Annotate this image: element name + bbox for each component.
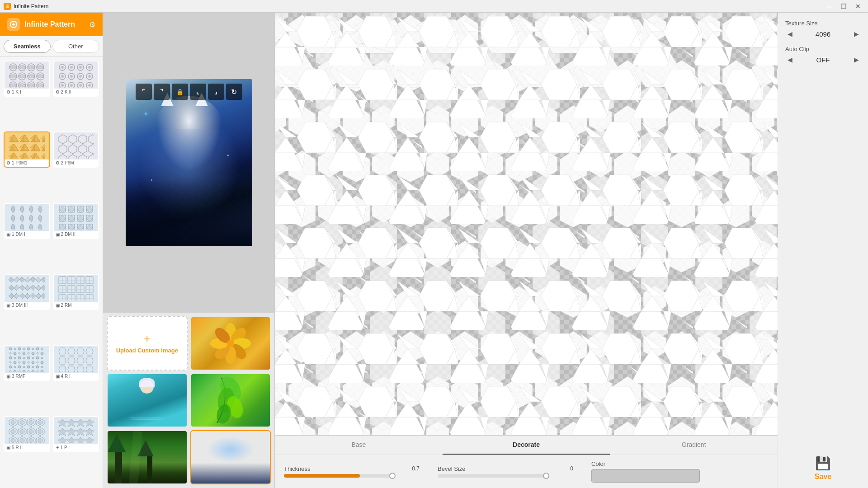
pattern-count-dm1: 1: [12, 232, 14, 237]
texture-size-increase[interactable]: ▶: [852, 29, 861, 38]
svg-rect-5: [58, 63, 94, 88]
pattern-count-rmp: 3: [12, 374, 14, 379]
pattern-label-dm1: ▣ 1 DM I: [5, 231, 49, 238]
pattern-item-rmp[interactable]: ▣ 3 RMP: [4, 345, 50, 381]
pattern-item-dm2[interactable]: ▣ 2 DM II: [53, 203, 99, 239]
thickness-label: Thickness: [284, 465, 311, 472]
thumb-leaves-bg: [191, 374, 270, 427]
upload-plus-icon: +: [144, 333, 150, 345]
texture-size-row: ◀ 4096 ▶: [785, 29, 861, 38]
tab-seamless[interactable]: Seamless: [4, 40, 51, 53]
restore-button[interactable]: ❐: [837, 0, 850, 13]
pattern-grid: ⚙ 1 K I: [0, 57, 103, 488]
tab-other[interactable]: Other: [52, 40, 99, 53]
texture-size-decrease[interactable]: ◀: [785, 29, 794, 38]
save-button[interactable]: 💾 Save: [785, 456, 861, 481]
pattern-item-p6m[interactable]: ⚙ 2 P6M: [53, 131, 99, 168]
svg-rect-11: [58, 205, 94, 230]
thumbnail-water[interactable]: [190, 430, 271, 484]
pattern-count-p3m1: 1: [12, 160, 14, 165]
pattern-item-dm3[interactable]: ▣ 3 DM III: [4, 274, 50, 310]
pattern-thumb-p6m: [54, 132, 99, 160]
pattern-thumb-rii: [5, 417, 49, 444]
pattern-thumb-rmp: [5, 346, 49, 373]
pattern-icon-dm3: ▣: [6, 303, 10, 308]
pattern-count-k2: 2: [61, 89, 64, 94]
pattern-item-pi[interactable]: ✦ 1 P I: [53, 416, 99, 452]
preview-panel: Base Decorate Gradient Thickness 0.7: [275, 13, 778, 488]
pattern-thumb-pi: [54, 417, 99, 444]
control-panel: Base Decorate Gradient Thickness 0.7: [275, 435, 778, 488]
tab-gradient[interactable]: Gradient: [610, 436, 778, 455]
pattern-label-dm2: ▣ 2 DM II: [54, 231, 99, 238]
pattern-icon-rii: ▣: [6, 445, 10, 450]
thickness-fill: [284, 474, 360, 478]
crop-topright-button[interactable]: ⌝: [154, 84, 170, 100]
thumbnail-flowers[interactable]: [190, 316, 271, 371]
pattern-item-k1[interactable]: ⚙ 1 K I: [4, 61, 50, 97]
pattern-name-pi: P I: [64, 445, 70, 450]
rotate-button[interactable]: ↻: [226, 84, 242, 100]
pattern-item-k2[interactable]: ⚙ 2 K II: [53, 61, 99, 97]
svg-rect-21: [58, 418, 94, 443]
pattern-label-p3m1: ⚙ 1 P3M1: [5, 160, 49, 166]
auto-clip-row: ◀ OFF ▶: [785, 55, 861, 64]
pattern-item-dm1[interactable]: ▣ 1 DM I: [4, 203, 50, 239]
pattern-icon-pi: ✦: [56, 445, 59, 450]
thumbnail-forest[interactable]: [107, 430, 188, 484]
pattern-name-p6m: P6M: [65, 160, 74, 165]
bevel-slider[interactable]: [438, 474, 546, 478]
pattern-name-k1: K I: [16, 89, 21, 94]
auto-clip-decrease[interactable]: ◀: [785, 55, 794, 64]
pattern-item-rii[interactable]: ▣ 5 R II: [4, 416, 50, 452]
thumbnail-strip: + Upload Custom Image: [103, 313, 274, 488]
sidebar-header-left: Infinite Pattern: [7, 18, 75, 31]
pattern-thumb-rm: [54, 275, 99, 302]
pattern-name-ri: R I: [65, 374, 71, 379]
pattern-icon-dm2: ▣: [56, 232, 60, 237]
color-swatch[interactable]: [591, 469, 700, 483]
crop-bottomleft-button[interactable]: ⌞: [190, 84, 206, 100]
pattern-label-k1: ⚙ 1 K I: [5, 89, 49, 95]
pattern-item-rm[interactable]: ▣ 2 RM: [53, 274, 99, 310]
svg-rect-19: [58, 347, 94, 372]
thickness-slider[interactable]: [284, 474, 392, 478]
thickness-value: 0.7: [412, 465, 420, 472]
settings-icon[interactable]: ⚙: [89, 20, 95, 29]
pattern-tabs: Seamless Other: [0, 36, 103, 57]
tab-base[interactable]: Base: [275, 436, 443, 455]
thickness-thumb[interactable]: [389, 473, 396, 479]
pattern-count-k1: 1: [12, 89, 14, 94]
tab-decorate[interactable]: Decorate: [443, 436, 610, 455]
pattern-label-rm: ▣ 2 RM: [54, 302, 99, 309]
crop-bottomright-button[interactable]: ⌟: [208, 84, 224, 100]
svg-rect-20: [9, 418, 45, 443]
crop-topleft-button[interactable]: ⌜: [136, 84, 152, 100]
titlebar: ⊞ Infinite Pattern — ❐ ✕: [0, 0, 868, 13]
lock-button[interactable]: 🔒: [172, 84, 188, 100]
bevel-thumb[interactable]: [543, 473, 549, 479]
color-label: Color: [591, 460, 605, 467]
thumbnail-leaves[interactable]: [190, 373, 271, 427]
main-image-container: ⌜ ⌝ 🔒 ⌞ ⌟ ↻: [126, 79, 252, 246]
pattern-icon-rmp: ▣: [6, 374, 10, 379]
save-icon: 💾: [815, 456, 831, 471]
thickness-label-row: Thickness 0.7: [284, 465, 420, 472]
pattern-name-dm3: DM III: [16, 303, 28, 308]
transform-controls: ⌜ ⌝ 🔒 ⌞ ⌟ ↻: [136, 84, 242, 100]
minimize-button[interactable]: —: [823, 0, 835, 13]
pattern-count-rm: 2: [61, 303, 64, 308]
pattern-label-k2: ⚙ 2 K II: [54, 89, 99, 95]
pattern-icon-ri: ▣: [56, 374, 60, 379]
svg-rect-13: [58, 276, 94, 300]
upload-button[interactable]: + Upload Custom Image: [107, 316, 188, 371]
color-control: Color: [591, 460, 727, 483]
thumbnail-girl[interactable]: [107, 373, 188, 427]
svg-rect-6: [9, 134, 45, 159]
pattern-item-ri[interactable]: ▣ 4 R I: [53, 345, 99, 381]
window-controls: — ❐ ✕: [823, 0, 864, 13]
pattern-item-p3m1[interactable]: ⚙ 1 P3M1: [4, 131, 50, 168]
close-button[interactable]: ✕: [852, 0, 864, 13]
bevel-label: Bevel Size: [438, 465, 465, 472]
auto-clip-increase[interactable]: ▶: [852, 55, 861, 64]
